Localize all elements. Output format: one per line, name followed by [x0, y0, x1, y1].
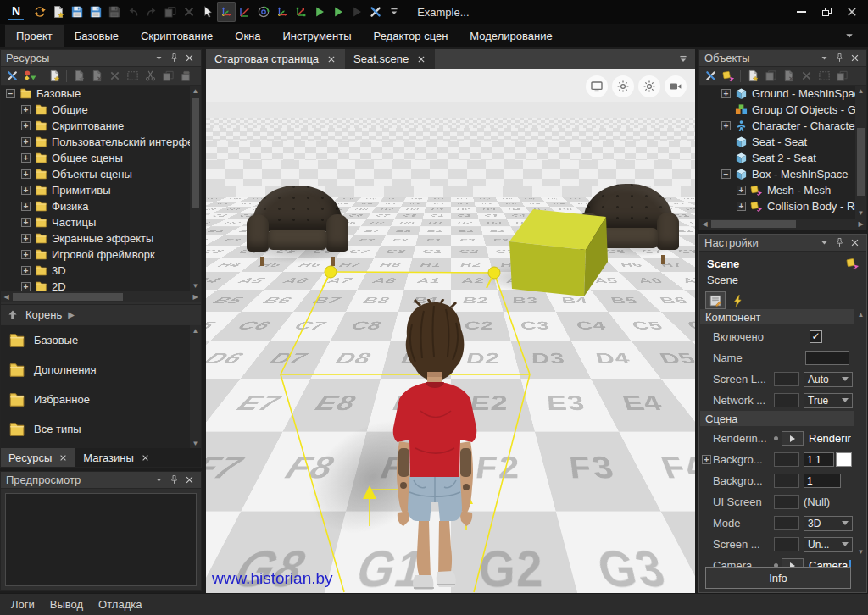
tree-item[interactable]: +Физика: [1, 198, 201, 214]
tabstrip-overflow-icon[interactable]: [676, 53, 690, 66]
reference-button[interactable]: [782, 431, 804, 446]
color-value-field[interactable]: 1 1: [804, 452, 834, 467]
expander-icon[interactable]: +: [21, 282, 31, 291]
viewport-camera-button[interactable]: [665, 75, 687, 97]
dropdown[interactable]: True: [804, 393, 853, 408]
panel-tools-button[interactable]: [702, 68, 719, 84]
delete-button[interactable]: [180, 2, 198, 22]
expander-icon[interactable]: −: [6, 89, 15, 98]
object-tree-item[interactable]: Seat 2 - Seat: [699, 150, 866, 166]
tree-item[interactable]: +Примитивы: [1, 182, 201, 198]
move-free-button[interactable]: [236, 2, 254, 22]
restore-button[interactable]: [814, 2, 839, 22]
statusbar-tab-Вывод[interactable]: Вывод: [50, 598, 83, 611]
panel-stack-button[interactable]: [762, 68, 779, 84]
menu-item-Моделирование[interactable]: Моделирование: [459, 25, 563, 47]
preview-panel-header[interactable]: Предпросмотр: [1, 472, 201, 489]
scene-viewport[interactable]: H4H5H6H7H8H1H2H3H4H5H6H7H8H1H2H3H4H5H6H7…: [206, 69, 695, 593]
panel-cut-button[interactable]: [142, 68, 159, 84]
menu-item-Окна[interactable]: Окна: [224, 25, 271, 47]
settings-scroll-down[interactable]: ▼: [855, 546, 866, 557]
panel-copy-button[interactable]: [833, 68, 850, 84]
overflow-button[interactable]: [385, 2, 403, 22]
breadcrumb-root[interactable]: Корень: [25, 308, 62, 321]
expander-icon[interactable]: +: [21, 218, 31, 227]
up-icon[interactable]: [6, 308, 19, 322]
panel-frame-button[interactable]: [815, 68, 832, 84]
viewport-monitor-button[interactable]: [586, 75, 608, 97]
panel-file-x-button[interactable]: [780, 68, 797, 84]
tree-item[interactable]: +Общие: [1, 102, 201, 118]
expander-icon[interactable]: +: [21, 169, 31, 179]
dropdown[interactable]: 3D: [804, 516, 853, 531]
expander-icon[interactable]: +: [21, 202, 31, 211]
save-all-button[interactable]: [105, 2, 124, 22]
expander-icon[interactable]: +: [21, 250, 31, 259]
close-panel-button[interactable]: [182, 474, 196, 487]
settings-scroll-up[interactable]: ▲: [855, 309, 866, 320]
expander-icon[interactable]: +: [702, 455, 711, 464]
events-tab-button[interactable]: [728, 291, 748, 309]
expander-icon[interactable]: +: [21, 266, 31, 275]
pin-button[interactable]: [832, 236, 846, 250]
folder-item[interactable]: Дополнения: [1, 355, 190, 385]
tree-item[interactable]: −Базовые: [1, 86, 201, 102]
save-as-button[interactable]: [86, 2, 105, 22]
expander-icon[interactable]: +: [21, 137, 31, 147]
close-panel-button[interactable]: [182, 52, 196, 65]
properties-tab-button[interactable]: [705, 291, 726, 309]
text-field[interactable]: [805, 351, 849, 365]
tree-item[interactable]: +Скриптование: [1, 118, 201, 134]
pin-button[interactable]: [167, 474, 181, 487]
tree-item[interactable]: +Пользовательский интерфейс: [1, 134, 201, 150]
sync-button[interactable]: [31, 2, 49, 22]
folder-item[interactable]: Избранное: [1, 385, 190, 414]
tree-item[interactable]: +2D: [1, 279, 201, 291]
cursor-button[interactable]: [198, 2, 217, 22]
pin-button[interactable]: [167, 52, 181, 65]
settings-panel-header[interactable]: Настройки: [699, 235, 866, 252]
close-panel-button[interactable]: [848, 52, 861, 65]
new-file-button[interactable]: [49, 2, 68, 22]
viewport-sun-button[interactable]: [638, 75, 660, 97]
expander-icon[interactable]: −: [721, 169, 731, 179]
info-button[interactable]: Info: [705, 567, 851, 589]
dropdown[interactable]: Auto: [804, 372, 853, 387]
panel-new-file-button[interactable]: [744, 68, 761, 84]
expander-icon[interactable]: +: [21, 186, 31, 195]
pin-button[interactable]: [832, 52, 846, 65]
close-panel-button[interactable]: [848, 236, 861, 250]
checkbox[interactable]: ✓: [810, 330, 822, 343]
statusbar-tab-Логи[interactable]: Логи: [11, 598, 35, 611]
panel-tools-button[interactable]: [3, 68, 20, 84]
menu-item-Инструменты[interactable]: Инструменты: [272, 25, 363, 47]
folder-item[interactable]: Базовые: [1, 325, 190, 355]
expander-icon[interactable]: +: [21, 105, 31, 114]
folder-item[interactable]: Все типы: [1, 414, 190, 444]
chevron-down-icon[interactable]: [843, 29, 856, 42]
expander-icon[interactable]: +: [737, 186, 746, 195]
panel-menu-button[interactable]: [152, 474, 165, 487]
panel-new-file-button[interactable]: [46, 68, 63, 84]
tools-button[interactable]: [366, 2, 385, 22]
undo-button[interactable]: [124, 2, 142, 22]
folder-list-scrollbar[interactable]: ▲▼: [190, 325, 201, 449]
text-field[interactable]: 1: [804, 474, 841, 488]
tree-item[interactable]: +3D: [1, 263, 201, 279]
object-tree-item[interactable]: +Character - Character: [699, 118, 866, 134]
expander-icon[interactable]: +: [721, 89, 731, 98]
expander-icon[interactable]: +: [737, 202, 746, 211]
menu-item-Базовые[interactable]: Базовые: [64, 25, 130, 47]
panel-file-star-button[interactable]: [70, 68, 87, 84]
redo-button[interactable]: [142, 2, 161, 22]
panel-component-button[interactable]: [720, 68, 737, 84]
resources-tree-hscrollbar[interactable]: ◀▶: [1, 291, 201, 302]
rotate-button[interactable]: [254, 2, 273, 22]
viewport-sun-button[interactable]: [612, 75, 634, 97]
tab-Магазины[interactable]: Магазины: [75, 448, 158, 467]
object-tree-item[interactable]: +Mesh - Mesh: [699, 182, 866, 198]
copy-button[interactable]: [161, 2, 180, 22]
move-button[interactable]: [217, 2, 236, 22]
object-tree-item[interactable]: −Box - MeshInSpace: [699, 166, 866, 182]
tree-item[interactable]: +Объекты сцены: [1, 166, 201, 182]
